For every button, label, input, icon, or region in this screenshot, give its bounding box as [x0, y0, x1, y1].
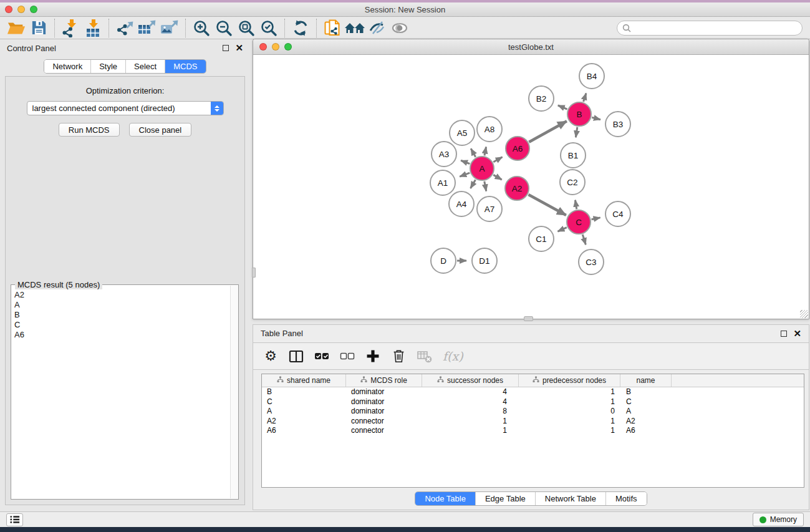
tab-select[interactable]: Select — [126, 60, 165, 73]
graph-node-A5[interactable]: A5 — [450, 120, 475, 145]
graph-edge-A-A1[interactable] — [460, 173, 470, 177]
tab-node-table[interactable]: Node Table — [415, 492, 476, 505]
graph-edge-A-A2[interactable] — [493, 175, 501, 180]
open-session-button[interactable] — [5, 18, 27, 38]
graph-node-B3[interactable]: B3 — [605, 112, 630, 137]
zoom-fit-button[interactable] — [235, 18, 258, 38]
graph-node-A2[interactable]: A2 — [505, 177, 529, 200]
graph-node-D[interactable]: D — [431, 248, 456, 273]
graph-node-D1[interactable]: D1 — [472, 248, 497, 273]
deselect-all-button[interactable] — [340, 347, 355, 365]
delete-column-button[interactable] — [391, 347, 406, 365]
network-canvas[interactable]: B4B2BB3B1C2A5A8A6A3AA1A2A4A7CC1C4C3DD1 — [253, 56, 809, 319]
tab-style[interactable]: Style — [91, 60, 126, 73]
memory-button[interactable]: Memory — [753, 513, 804, 526]
search-input[interactable] — [634, 23, 797, 32]
close-panel-icon[interactable]: ✕ — [235, 45, 243, 51]
save-session-button[interactable] — [27, 18, 50, 38]
show-eye-button[interactable] — [388, 18, 411, 38]
column-header-shared-name[interactable]: shared name — [262, 374, 346, 387]
table-row[interactable]: Adominator80A — [262, 407, 804, 417]
import-table-button[interactable] — [82, 18, 104, 38]
export-network-button[interactable] — [113, 18, 136, 38]
graph-node-C3[interactable]: C3 — [579, 249, 604, 274]
graph-edge-C-C4[interactable] — [592, 218, 600, 220]
graph-node-A4[interactable]: A4 — [449, 191, 474, 216]
close-panel-button[interactable]: Close panel — [129, 123, 192, 137]
float-panel-icon[interactable] — [223, 45, 229, 51]
graph-edge-A-A4[interactable] — [471, 180, 476, 188]
table-row[interactable]: Bdominator41B — [262, 387, 804, 397]
add-column-button[interactable] — [365, 347, 380, 365]
splitter-handle-left[interactable] — [252, 268, 256, 278]
tab-motifs[interactable]: Motifs — [606, 492, 647, 505]
select-all-button[interactable] — [314, 347, 329, 365]
tab-network[interactable]: Network — [44, 60, 91, 73]
mcds-result-item[interactable]: B — [14, 310, 238, 320]
graph-node-A6[interactable]: A6 — [506, 137, 529, 160]
graph-node-B[interactable]: B — [567, 102, 591, 126]
graph-edge-A-A7[interactable] — [485, 181, 486, 191]
mcds-result-item[interactable]: A2 — [14, 290, 238, 300]
graph-edge-C-C2[interactable] — [575, 200, 576, 210]
columns-button[interactable] — [289, 347, 304, 365]
graph-node-C1[interactable]: C1 — [529, 226, 554, 251]
graph-edge-B-B1[interactable] — [576, 127, 577, 138]
table-row[interactable]: A2connector11A2 — [262, 417, 804, 427]
graph-edge-C-C1[interactable] — [557, 228, 566, 231]
graph-edge-A2-C[interactable] — [528, 195, 566, 215]
window-resize-grip[interactable] — [800, 310, 808, 318]
export-table-button[interactable] — [136, 18, 158, 38]
destroy-table-button[interactable] — [417, 347, 432, 365]
close-table-panel-icon[interactable]: ✕ — [793, 331, 801, 337]
zoom-out-button[interactable] — [213, 18, 235, 38]
graph-node-C2[interactable]: C2 — [560, 170, 585, 195]
column-header-mcds-role[interactable]: MCDS role — [346, 374, 422, 387]
graph-node-A7[interactable]: A7 — [477, 196, 502, 221]
graph-node-A8[interactable]: A8 — [477, 117, 502, 142]
home-button[interactable] — [344, 18, 366, 38]
search-field[interactable] — [617, 21, 803, 36]
graph-edge-B-B2[interactable] — [558, 105, 567, 109]
graph-node-A1[interactable]: A1 — [430, 170, 455, 195]
mcds-result-item[interactable]: A — [14, 300, 238, 310]
criterion-dropdown[interactable]: largest connected component (directed) — [27, 101, 224, 115]
table-row[interactable]: Cdominator41C — [262, 397, 804, 407]
graph-node-C[interactable]: C — [567, 210, 591, 234]
zoom-selected-button[interactable] — [258, 18, 280, 38]
tab-network-table[interactable]: Network Table — [536, 492, 606, 505]
graph-node-B2[interactable]: B2 — [529, 86, 554, 111]
graph-node-B1[interactable]: B1 — [561, 143, 586, 168]
mcds-result-list[interactable]: A2ABCA6 — [11, 285, 238, 340]
hide-graphics-details-button[interactable] — [366, 18, 388, 38]
table-row[interactable]: A6connector11A6 — [262, 426, 804, 436]
tab-mcds[interactable]: MCDS — [165, 60, 205, 73]
splitter-handle-bottom[interactable] — [524, 316, 533, 321]
graph-edge-A-A3[interactable] — [461, 160, 470, 163]
graph-edge-A-A5[interactable] — [471, 148, 476, 157]
graph-edge-C-C3[interactable] — [582, 235, 586, 244]
result-scrollbar[interactable] — [230, 286, 238, 498]
graph-edge-B-B3[interactable] — [592, 117, 600, 120]
graph-node-A3[interactable]: A3 — [432, 142, 456, 167]
graph-edge-A-A6[interactable] — [493, 157, 502, 162]
column-header-successor-nodes[interactable]: successor nodes — [422, 374, 519, 387]
function-builder-button[interactable]: f(x) — [443, 347, 463, 365]
graph-edge-A-A8[interactable] — [485, 147, 486, 155]
graph-edge-B-B4[interactable] — [584, 94, 586, 102]
export-image-button[interactable] — [158, 18, 181, 38]
duplicate-network-button[interactable] — [321, 18, 344, 38]
graph-node-B4[interactable]: B4 — [579, 64, 604, 89]
graph-edge-A6-B[interactable] — [529, 121, 567, 142]
run-mcds-button[interactable]: Run MCDS — [59, 123, 120, 137]
import-network-button[interactable] — [59, 18, 82, 38]
graph-node-A[interactable]: A — [470, 157, 494, 180]
refresh-button[interactable] — [289, 18, 312, 38]
float-table-panel-icon[interactable] — [781, 331, 787, 337]
mcds-result-item[interactable]: C — [14, 320, 238, 330]
zoom-in-button[interactable] — [190, 18, 213, 38]
task-history-button[interactable] — [6, 513, 23, 526]
mcds-result-item[interactable]: A6 — [14, 330, 238, 340]
column-header-name[interactable]: name — [620, 374, 672, 387]
tab-edge-table[interactable]: Edge Table — [476, 492, 536, 505]
